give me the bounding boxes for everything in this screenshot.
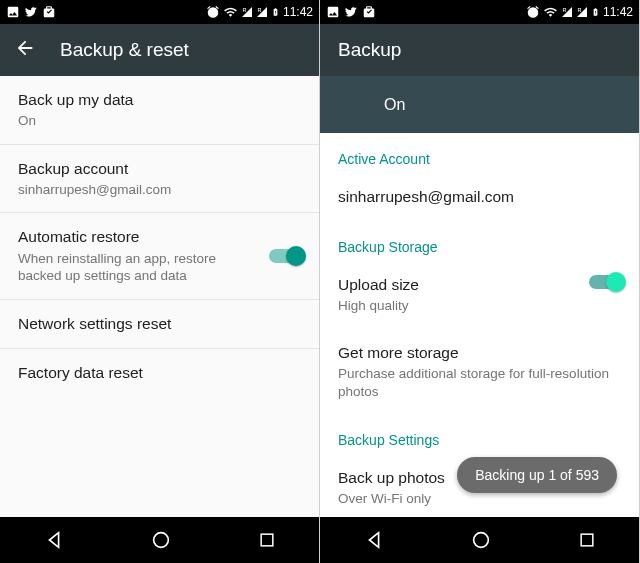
nav-back-button[interactable] [363,529,385,551]
alarm-icon [526,5,540,19]
page-title: Backup [338,39,401,61]
twitter-icon [344,5,358,19]
item-factory-data-reset[interactable]: Factory data reset [0,349,319,397]
back-icon[interactable] [14,37,36,63]
item-title: Get more storage [338,343,621,363]
signal-icon-1: R [561,6,573,18]
item-automatic-restore[interactable]: Automatic restore When reinstalling an a… [0,213,319,299]
signal-icon-1: R [241,6,253,18]
image-icon [326,5,340,19]
svg-text:R: R [577,7,581,13]
svg-text:R: R [562,7,566,13]
section-active-account: Active Account [320,133,639,173]
status-time: 11:42 [603,5,633,19]
master-toggle-row[interactable]: On [320,76,639,133]
image-icon [6,5,20,19]
signal-icon-2: R [256,6,268,18]
item-title: Network settings reset [18,314,301,334]
auto-restore-switch[interactable] [269,249,303,263]
item-backup-my-data[interactable]: Back up my data On [0,76,319,145]
svg-rect-3 [261,534,273,546]
app-bar: Backup [320,24,639,76]
item-subtitle: On [18,112,301,130]
status-right-icons: R R 11:42 [526,5,633,19]
item-title: Back up my data [18,90,301,110]
page-title: Backup & reset [60,39,189,61]
item-subtitle: High quality [338,297,621,315]
section-backup-settings: Backup Settings [320,414,639,454]
status-bar: R R 11:42 [0,0,319,24]
item-title: Upload size [338,275,621,295]
wifi-icon [223,5,238,19]
battery-icon [591,5,600,19]
twitter-icon [24,5,38,19]
item-title: Backup account [18,159,301,179]
shop-icon [42,5,56,19]
status-left-icons [6,5,56,19]
nav-recent-button[interactable] [257,530,277,550]
nav-recent-button[interactable] [577,530,597,550]
item-network-settings-reset[interactable]: Network settings reset [0,300,319,349]
left-screen: R R 11:42 Backup & reset Back up my data… [0,0,320,563]
item-get-more-storage[interactable]: Get more storage Purchase additional sto… [320,329,639,414]
backup-progress-toast: Backing up 1 of 593 [457,457,617,493]
alarm-icon [206,5,220,19]
svg-text:R: R [242,7,246,13]
nav-home-button[interactable] [150,529,172,551]
shop-icon [362,5,376,19]
item-account-email[interactable]: sinharrupesh@gmail.com [320,173,639,221]
right-screen: R R 11:42 Backup On Active Account sinha… [320,0,640,563]
nav-home-button[interactable] [470,529,492,551]
status-left-icons [326,5,376,19]
item-backup-account[interactable]: Backup account sinharrupesh@gmail.com [0,145,319,214]
svg-point-2 [153,533,168,548]
svg-rect-7 [581,534,593,546]
wifi-icon [543,5,558,19]
status-bar: R R 11:42 [320,0,639,24]
svg-point-6 [473,533,488,548]
nav-back-button[interactable] [43,529,65,551]
item-subtitle: When reinstalling an app, restore backed… [18,250,251,285]
item-title: Automatic restore [18,227,251,247]
signal-icon-2: R [576,6,588,18]
master-toggle-label: On [384,96,405,114]
status-right-icons: R R 11:42 [206,5,313,19]
section-backup-storage: Backup Storage [320,221,639,261]
svg-text:R: R [257,7,261,13]
item-title: sinharrupesh@gmail.com [338,187,621,207]
app-bar: Backup & reset [0,24,319,76]
settings-list: Back up my data On Backup account sinhar… [0,76,319,517]
item-subtitle: Purchase additional storage for full-res… [338,365,621,400]
item-title: Factory data reset [18,363,301,383]
battery-icon [271,5,280,19]
status-time: 11:42 [283,5,313,19]
nav-bar [320,517,639,563]
item-upload-size[interactable]: Upload size High quality [320,261,639,329]
item-subtitle: sinharrupesh@gmail.com [18,181,301,199]
nav-bar [0,517,319,563]
